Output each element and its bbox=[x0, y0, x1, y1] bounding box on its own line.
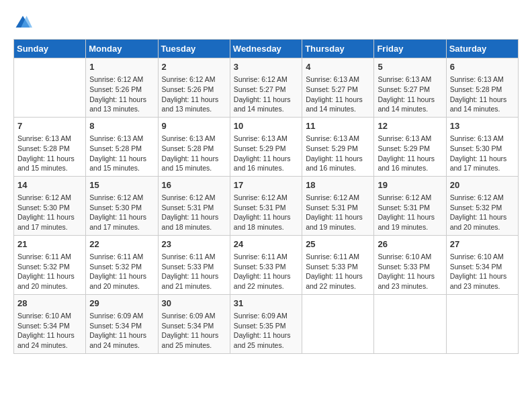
day-number: 19 bbox=[378, 179, 442, 191]
day-info-line: Daylight: 11 hours bbox=[450, 154, 515, 164]
day-info-line: and 19 minutes. bbox=[378, 222, 442, 232]
calendar-cell: 19Sunrise: 6:12 AMSunset: 5:31 PMDayligh… bbox=[374, 176, 446, 235]
day-info-line: Sunrise: 6:12 AM bbox=[162, 75, 226, 85]
day-info-line: Sunset: 5:31 PM bbox=[234, 203, 298, 213]
day-info-line: and 15 minutes. bbox=[17, 163, 82, 173]
day-info-line: Sunset: 5:34 PM bbox=[17, 321, 82, 331]
day-info-line: Daylight: 11 hours bbox=[17, 212, 82, 222]
day-info-line: Sunset: 5:33 PM bbox=[378, 262, 442, 272]
day-info-line: Sunset: 5:27 PM bbox=[378, 85, 442, 95]
calendar-cell: 8Sunrise: 6:13 AMSunset: 5:28 PMDaylight… bbox=[86, 117, 158, 176]
day-of-week-header: Saturday bbox=[446, 40, 518, 58]
calendar-cell: 27Sunrise: 6:10 AMSunset: 5:34 PMDayligh… bbox=[446, 235, 518, 294]
calendar-week-row: 28Sunrise: 6:10 AMSunset: 5:34 PMDayligh… bbox=[14, 294, 519, 353]
day-info-line: Sunrise: 6:09 AM bbox=[162, 311, 226, 321]
day-number: 6 bbox=[450, 61, 515, 73]
day-info-line: and 20 minutes. bbox=[89, 281, 154, 291]
calendar-cell: 9Sunrise: 6:13 AMSunset: 5:28 PMDaylight… bbox=[158, 117, 230, 176]
day-info-line: and 16 minutes. bbox=[378, 163, 442, 173]
day-info-line: Sunset: 5:35 PM bbox=[234, 321, 298, 331]
day-info-line: Daylight: 11 hours bbox=[378, 154, 442, 164]
calendar-cell: 11Sunrise: 6:13 AMSunset: 5:29 PMDayligh… bbox=[302, 117, 374, 176]
calendar-cell bbox=[302, 294, 374, 353]
day-number: 27 bbox=[450, 238, 515, 250]
day-info-line: Sunset: 5:32 PM bbox=[450, 203, 515, 213]
day-info-line: Daylight: 11 hours bbox=[378, 95, 442, 105]
day-info-line: Daylight: 11 hours bbox=[17, 330, 82, 340]
day-info-line: Daylight: 11 hours bbox=[450, 95, 515, 105]
day-number: 14 bbox=[17, 179, 82, 191]
day-info-line: and 17 minutes. bbox=[17, 222, 82, 232]
day-info-line: Sunrise: 6:13 AM bbox=[306, 75, 370, 85]
day-info-line: Daylight: 11 hours bbox=[17, 271, 82, 281]
day-info-line: Sunrise: 6:12 AM bbox=[89, 193, 154, 203]
day-of-week-header: Wednesday bbox=[230, 40, 302, 58]
day-info-line: and 21 minutes. bbox=[162, 281, 226, 291]
day-of-week-header: Thursday bbox=[302, 40, 374, 58]
day-info-line: and 22 minutes. bbox=[306, 281, 370, 291]
calendar-cell: 31Sunrise: 6:09 AMSunset: 5:35 PMDayligh… bbox=[230, 294, 302, 353]
day-info-line: Sunset: 5:33 PM bbox=[306, 262, 370, 272]
calendar-cell: 12Sunrise: 6:13 AMSunset: 5:29 PMDayligh… bbox=[374, 117, 446, 176]
day-info-line: and 19 minutes. bbox=[306, 222, 370, 232]
day-info-line: Daylight: 11 hours bbox=[162, 154, 226, 164]
day-info-line: Sunrise: 6:12 AM bbox=[378, 193, 442, 203]
day-info-line: Daylight: 11 hours bbox=[89, 212, 154, 222]
day-info-line: Sunset: 5:31 PM bbox=[306, 203, 370, 213]
day-info-line: and 17 minutes. bbox=[450, 163, 515, 173]
day-info-line: Sunset: 5:27 PM bbox=[234, 85, 298, 95]
day-info-line: Daylight: 11 hours bbox=[162, 330, 226, 340]
day-info-line: and 25 minutes. bbox=[162, 340, 226, 351]
day-of-week-header: Sunday bbox=[14, 40, 86, 58]
day-info-line: Sunrise: 6:12 AM bbox=[450, 193, 515, 203]
day-info-line: Sunset: 5:29 PM bbox=[306, 144, 370, 154]
day-info-line: Sunrise: 6:11 AM bbox=[162, 252, 226, 262]
day-info-line: and 15 minutes. bbox=[162, 163, 226, 173]
day-info-line: Sunrise: 6:12 AM bbox=[89, 75, 154, 85]
day-number: 22 bbox=[89, 238, 154, 250]
calendar-cell: 21Sunrise: 6:11 AMSunset: 5:32 PMDayligh… bbox=[14, 235, 86, 294]
calendar-cell: 16Sunrise: 6:12 AMSunset: 5:31 PMDayligh… bbox=[158, 176, 230, 235]
day-number: 12 bbox=[378, 120, 442, 132]
calendar-cell: 15Sunrise: 6:12 AMSunset: 5:30 PMDayligh… bbox=[86, 176, 158, 235]
day-info-line: Sunrise: 6:13 AM bbox=[378, 75, 442, 85]
day-info-line: and 18 minutes. bbox=[162, 222, 226, 232]
day-info-line: Sunrise: 6:10 AM bbox=[378, 252, 442, 262]
day-number: 25 bbox=[306, 238, 370, 250]
calendar-cell bbox=[446, 294, 518, 353]
day-info-line: Sunset: 5:29 PM bbox=[234, 144, 298, 154]
calendar-cell: 29Sunrise: 6:09 AMSunset: 5:34 PMDayligh… bbox=[86, 294, 158, 353]
day-info-line: Sunrise: 6:10 AM bbox=[17, 311, 82, 321]
day-info-line: and 24 minutes. bbox=[17, 340, 82, 351]
day-info-line: Sunset: 5:28 PM bbox=[17, 144, 82, 154]
day-number: 29 bbox=[89, 298, 154, 310]
day-number: 5 bbox=[378, 61, 442, 73]
day-number: 8 bbox=[89, 120, 154, 132]
day-info-line: Sunrise: 6:12 AM bbox=[17, 193, 82, 203]
day-info-line: Daylight: 11 hours bbox=[306, 154, 370, 164]
calendar-week-row: 14Sunrise: 6:12 AMSunset: 5:30 PMDayligh… bbox=[14, 176, 519, 235]
day-info-line: Daylight: 11 hours bbox=[162, 271, 226, 281]
day-info-line: Sunset: 5:34 PM bbox=[162, 321, 226, 331]
calendar-cell: 7Sunrise: 6:13 AMSunset: 5:28 PMDaylight… bbox=[14, 117, 86, 176]
day-info-line: Daylight: 11 hours bbox=[378, 212, 442, 222]
day-info-line: Daylight: 11 hours bbox=[162, 95, 226, 105]
day-info-line: and 18 minutes. bbox=[234, 222, 298, 232]
calendar-cell: 5Sunrise: 6:13 AMSunset: 5:27 PMDaylight… bbox=[374, 58, 446, 118]
calendar-cell: 23Sunrise: 6:11 AMSunset: 5:33 PMDayligh… bbox=[158, 235, 230, 294]
day-info-line: Daylight: 11 hours bbox=[234, 95, 298, 105]
day-info-line: Daylight: 11 hours bbox=[89, 330, 154, 340]
day-info-line: and 14 minutes. bbox=[306, 104, 370, 114]
calendar-cell: 25Sunrise: 6:11 AMSunset: 5:33 PMDayligh… bbox=[302, 235, 374, 294]
day-info-line: Daylight: 11 hours bbox=[162, 212, 226, 222]
day-number: 2 bbox=[162, 61, 226, 73]
day-info-line: Sunrise: 6:13 AM bbox=[162, 134, 226, 144]
day-number: 9 bbox=[162, 120, 226, 132]
day-info-line: Sunrise: 6:13 AM bbox=[378, 134, 442, 144]
day-info-line: Sunrise: 6:12 AM bbox=[234, 193, 298, 203]
day-info-line: Sunset: 5:32 PM bbox=[17, 262, 82, 272]
day-info-line: Sunset: 5:29 PM bbox=[378, 144, 442, 154]
day-info-line: Sunrise: 6:09 AM bbox=[89, 311, 154, 321]
calendar-cell: 22Sunrise: 6:11 AMSunset: 5:32 PMDayligh… bbox=[86, 235, 158, 294]
calendar-week-row: 7Sunrise: 6:13 AMSunset: 5:28 PMDaylight… bbox=[14, 117, 519, 176]
